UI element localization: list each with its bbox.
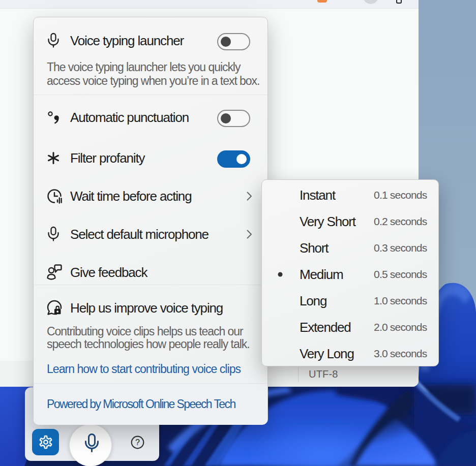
svg-text:?: ? — [135, 438, 140, 447]
